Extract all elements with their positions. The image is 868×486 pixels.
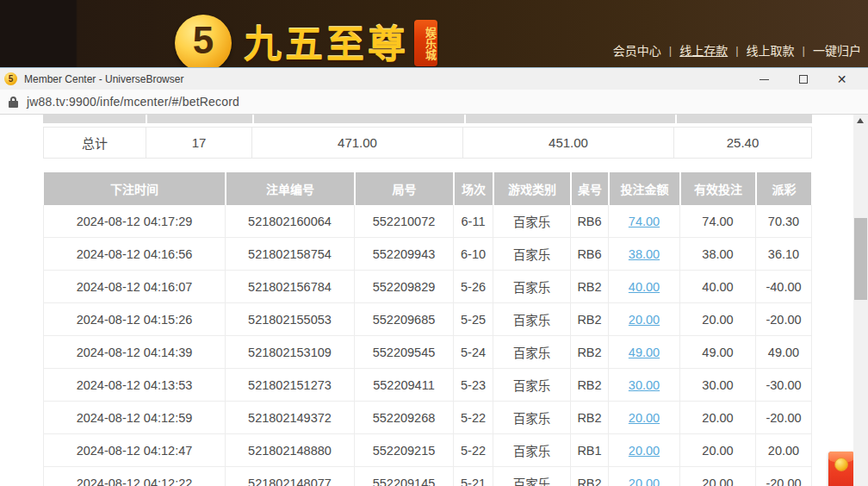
session-cell: 6-11 [454, 205, 493, 238]
table-row: 2024-08-12 04:17:29521802160064552210072… [43, 205, 812, 238]
totals-table: 总计 17 471.00 451.00 25.40 [43, 127, 812, 159]
scroll-up-arrow-icon[interactable] [857, 118, 864, 123]
bet-amount-cell: 40.00 [609, 271, 680, 303]
scrollbar-thumb[interactable] [854, 218, 867, 300]
valid-bet-cell: 20.00 [680, 434, 756, 467]
bet-time-cell: 2024-08-12 04:12:22 [43, 467, 226, 486]
table-row: 2024-08-12 04:12:59521802149372552209268… [43, 402, 812, 434]
table-no-cell: RB2 [571, 467, 609, 486]
close-button[interactable]: ✕ [822, 68, 861, 90]
site-banner: 5 九五至尊 娱乐城 会员中心 | 线上存款 | 线上取款 | 一键归户 [0, 0, 868, 67]
bet-id-cell: 521802149372 [226, 402, 355, 434]
session-cell: 5-23 [454, 369, 493, 402]
session-cell: 5-26 [454, 271, 493, 303]
bet-time-cell: 2024-08-12 04:12:47 [43, 434, 226, 467]
window-title: Member Center - UniverseBrowser [24, 73, 183, 85]
bet-record-table: 下注时间 注单编号 局号 场次 游戏类别 桌号 投注金额 有效投注 派彩 202… [43, 172, 812, 486]
url-bar[interactable]: jw88.tv:9900/infe/mcenter/#/betRecord [0, 90, 868, 115]
table-row: 2024-08-12 04:15:26521802155053552209685… [43, 303, 812, 336]
valid-bet-cell: 30.00 [680, 369, 756, 402]
nav-separator: | [735, 44, 738, 57]
totals-header-clipped [43, 115, 812, 123]
totals-row: 总计 17 471.00 451.00 25.40 [43, 127, 812, 159]
valid-bet-cell: 49.00 [680, 336, 756, 369]
bet-time-cell: 2024-08-12 04:15:26 [43, 303, 226, 336]
bet-amount-link[interactable]: 74.00 [629, 215, 660, 228]
round-id-cell: 552209685 [355, 303, 454, 336]
valid-bet-cell: 38.00 [680, 238, 756, 271]
payout-cell: -40.00 [756, 271, 812, 303]
table-header-row: 下注时间 注单编号 局号 场次 游戏类别 桌号 投注金额 有效投注 派彩 [43, 172, 812, 205]
app-icon: 5 [4, 72, 17, 85]
bet-amount-link[interactable]: 20.00 [629, 411, 660, 425]
lock-icon [9, 97, 18, 108]
logo-coin-icon: 5 [175, 15, 232, 67]
bet-amount-link[interactable]: 40.00 [629, 280, 660, 294]
payout-cell: -20.00 [756, 467, 812, 486]
nav-separator: | [803, 44, 805, 57]
maximize-icon [799, 75, 808, 84]
payout-cell: 36.10 [756, 238, 812, 271]
game-type-cell: 百家乐 [493, 336, 571, 369]
nav-member-center[interactable]: 会员中心 [613, 41, 661, 59]
bet-amount-link[interactable]: 20.00 [629, 313, 660, 327]
maximize-button[interactable] [784, 68, 822, 90]
header-bet-amount: 投注金额 [609, 172, 680, 205]
game-type-cell: 百家乐 [493, 402, 571, 434]
totals-label: 总计 [43, 127, 146, 159]
site-logo: 5 九五至尊 娱乐城 [175, 0, 437, 67]
table-row: 2024-08-12 04:14:39521802153109552209545… [43, 336, 812, 369]
valid-bet-cell: 74.00 [680, 205, 756, 238]
totals-payout: 25.40 [674, 127, 812, 159]
url-text[interactable]: jw88.tv:9900/infe/mcenter/#/betRecord [27, 95, 239, 109]
nav-separator: | [669, 44, 672, 57]
window-controls: ✕ [745, 68, 861, 90]
table-no-cell: RB6 [571, 238, 609, 271]
top-nav: 会员中心 | 线上存款 | 线上取款 | 一键归户 [613, 41, 861, 59]
game-type-cell: 百家乐 [493, 467, 571, 486]
payout-cell: 49.00 [756, 336, 812, 369]
payout-cell: -20.00 [756, 303, 812, 336]
bet-amount-link[interactable]: 20.00 [629, 444, 660, 458]
logo-badge: 娱乐城 [414, 20, 437, 66]
bet-id-cell: 521802160064 [226, 205, 355, 238]
red-envelope-widget[interactable] [828, 452, 854, 486]
gold-coin-icon [834, 458, 848, 471]
totals-bet-amount: 471.00 [252, 127, 463, 159]
header-valid-bet: 有效投注 [680, 172, 756, 205]
game-type-cell: 百家乐 [493, 271, 571, 303]
payout-cell: -20.00 [756, 402, 812, 434]
bet-amount-link[interactable]: 49.00 [629, 346, 660, 359]
bet-id-cell: 521802156784 [226, 271, 355, 303]
logo-symbol: 5 [193, 22, 214, 59]
bet-id-cell: 521802158754 [226, 238, 355, 271]
vertical-scrollbar[interactable] [853, 115, 868, 486]
bet-amount-cell: 49.00 [609, 336, 680, 369]
header-round-id: 局号 [355, 172, 454, 205]
app-icon-glyph: 5 [9, 75, 14, 84]
bet-amount-cell: 20.00 [609, 434, 680, 467]
header-session: 场次 [454, 172, 493, 205]
bet-amount-link[interactable]: 38.00 [629, 247, 660, 261]
bet-record-page: 总计 17 471.00 451.00 25.40 下注时间 注单编号 局号 场… [0, 115, 868, 486]
minimize-icon [760, 79, 769, 80]
nav-one-key-transfer[interactable]: 一键归户 [813, 41, 861, 59]
bet-amount-link[interactable]: 20.00 [629, 477, 660, 486]
bet-id-cell: 521802148077 [226, 467, 355, 486]
valid-bet-cell: 20.00 [680, 303, 756, 336]
bet-time-cell: 2024-08-12 04:12:59 [43, 402, 226, 434]
nav-online-deposit[interactable]: 线上存款 [679, 41, 728, 59]
session-cell: 5-22 [454, 434, 493, 467]
header-table-no: 桌号 [571, 172, 609, 205]
minimize-button[interactable] [745, 68, 784, 90]
close-icon: ✕ [837, 73, 847, 85]
session-cell: 5-22 [454, 402, 493, 434]
bet-amount-cell: 20.00 [609, 303, 680, 336]
round-id-cell: 552209943 [355, 238, 454, 271]
table-row: 2024-08-12 04:12:47521802148880552209215… [43, 434, 812, 467]
table-row: 2024-08-12 04:16:56521802158754552209943… [43, 238, 812, 271]
header-bet-id: 注单编号 [226, 172, 355, 205]
bet-amount-link[interactable]: 30.00 [629, 378, 660, 392]
nav-online-withdraw[interactable]: 线上取款 [747, 41, 795, 59]
round-id-cell: 552209215 [355, 434, 454, 467]
